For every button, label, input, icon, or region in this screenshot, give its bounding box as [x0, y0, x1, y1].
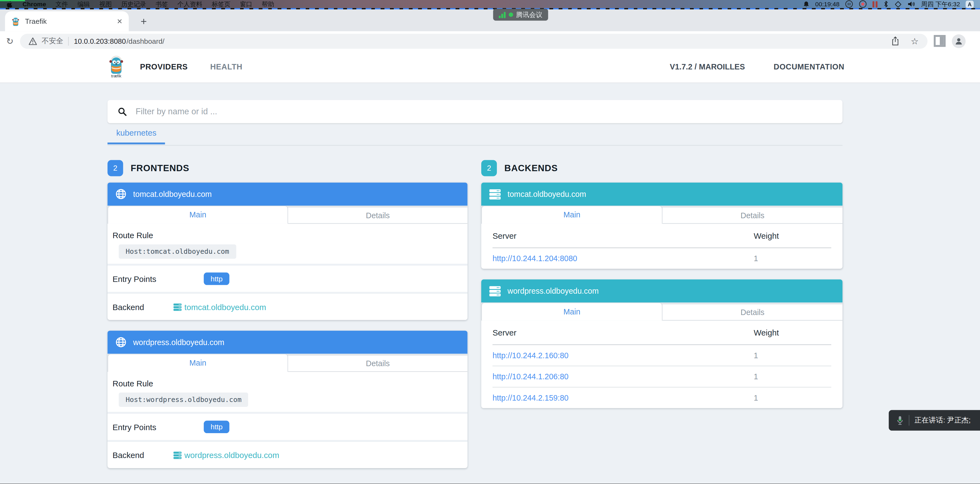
server-row: http://10.244.2.159:80 1: [492, 387, 831, 408]
bookmark-star-icon[interactable]: ☆: [911, 37, 919, 45]
server-column-header: Server: [492, 231, 754, 240]
server-url-link[interactable]: http://10.244.1.204:8080: [492, 254, 577, 263]
server-url-link[interactable]: http://10.244.2.160:80: [492, 351, 568, 360]
tab-main[interactable]: Main: [107, 205, 288, 224]
backend-card-tomcat: tomcat.oldboyedu.com Main Details Server…: [481, 182, 842, 269]
menu-item-profiles[interactable]: 个人资料: [177, 0, 202, 8]
traefik-logo-text: træfik: [111, 73, 121, 78]
nav-health[interactable]: HEALTH: [210, 62, 243, 71]
entry-point-badge: http: [204, 272, 229, 285]
tab-title: Traefik: [25, 18, 46, 25]
weight-column-header: Weight: [754, 231, 831, 240]
card-tabs: Main Details: [481, 205, 842, 224]
reload-icon[interactable]: ↻: [6, 37, 14, 45]
frontends-section-header: 2 FRONTENDS: [107, 159, 468, 177]
backends-count-badge: 2: [481, 160, 497, 176]
notification-bell-icon[interactable]: [803, 0, 810, 8]
backend-row: Backend tomcat.oldboyedu.com: [107, 294, 468, 320]
recording-timer: 00:19:48: [815, 0, 840, 7]
screen: Chrome 文件 编辑 视图 历史记录 书签 个人资料 标签页 窗口 帮助 0…: [0, 0, 980, 484]
servers-table: Server Weight http://10.244.1.204:8080 1: [481, 224, 842, 269]
traefik-logo[interactable]: træfik: [107, 55, 125, 78]
backend-card-title: tomcat.oldboyedu.com: [508, 190, 586, 199]
server-stack-icon: [173, 303, 182, 311]
route-rule-row: Route Rule Host:wordpress.oldboyedu.com: [107, 372, 468, 412]
servers-table: Server Weight http://10.244.2.160:80 1 h…: [481, 321, 842, 408]
weight-column-header: Weight: [754, 328, 831, 337]
tab-details[interactable]: Details: [288, 207, 468, 224]
input-method-indicator[interactable]: A: [966, 0, 974, 8]
microphone-icon: [896, 416, 904, 425]
server-url-link[interactable]: http://10.244.1.206:80: [492, 372, 568, 381]
traefik-header: træfik PROVIDERS HEALTH V1.7.2 / MAROILL…: [0, 51, 980, 83]
tab-main[interactable]: Main: [481, 205, 663, 224]
servers-table-header: Server Weight: [492, 224, 831, 248]
tab-close-icon[interactable]: ✕: [117, 17, 123, 25]
menu-item-view[interactable]: 视图: [99, 0, 112, 8]
server-weight: 1: [754, 372, 831, 381]
menu-item-help[interactable]: 帮助: [262, 0, 274, 8]
tab-main[interactable]: Main: [481, 302, 663, 320]
speaking-label: 正在讲话: 尹正杰;: [915, 416, 971, 425]
backend-card-header: wordpress.oldboyedu.com: [481, 279, 842, 303]
browser-tab-traefik[interactable]: Traefik ✕: [5, 11, 129, 31]
menu-item-file[interactable]: 文件: [56, 0, 68, 8]
security-label[interactable]: 不安全: [42, 37, 64, 46]
backend-link[interactable]: wordpress.oldboyedu.com: [173, 451, 279, 460]
server-url-link[interactable]: http://10.244.2.159:80: [492, 393, 568, 402]
server-row: http://10.244.2.160:80 1: [492, 345, 831, 366]
address-bar[interactable]: 不安全 10.0.0.203:8080 /dashboard/ ☆: [20, 33, 928, 48]
tab-details[interactable]: Details: [663, 304, 842, 320]
servers-table-header: Server Weight: [492, 321, 831, 345]
menu-item-edit[interactable]: 编辑: [77, 0, 90, 8]
pause-bars-icon[interactable]: [873, 1, 877, 7]
tab-main[interactable]: Main: [107, 354, 288, 372]
bluetooth-icon[interactable]: [883, 0, 889, 8]
profile-avatar[interactable]: [952, 34, 966, 48]
volume-icon[interactable]: [907, 0, 915, 7]
menu-item-tabs[interactable]: 标签页: [212, 0, 231, 8]
backends-section-header: 2 BACKENDS: [481, 159, 842, 177]
menu-item-history[interactable]: 历史记录: [121, 0, 146, 8]
new-tab-button[interactable]: +: [136, 14, 151, 30]
filter-input[interactable]: [134, 107, 832, 117]
filter-card: [107, 100, 842, 123]
side-panel-icon[interactable]: [934, 35, 945, 47]
backend-label: Backend: [112, 302, 173, 312]
globe-icon: [115, 188, 127, 200]
backend-label: Backend: [112, 451, 173, 460]
nav-documentation[interactable]: DOCUMENTATION: [773, 62, 845, 71]
tab-details[interactable]: Details: [663, 207, 842, 224]
backends-title: BACKENDS: [504, 163, 558, 173]
backends-column: 2 BACKENDS tomcat.oldboyedu.com Main Det…: [481, 159, 842, 419]
menu-item-bookmarks[interactable]: 书签: [156, 0, 168, 8]
frontend-card-title: wordpress.oldboyedu.com: [133, 338, 224, 347]
backend-link[interactable]: tomcat.oldboyedu.com: [173, 302, 266, 312]
record-stop-icon[interactable]: [859, 0, 867, 8]
menu-item-window[interactable]: 窗口: [240, 0, 252, 8]
entry-point-badge: http: [204, 420, 229, 433]
menubar-app-name[interactable]: Chrome: [22, 0, 46, 7]
backend-card-wordpress: wordpress.oldboyedu.com Main Details Ser…: [481, 279, 842, 408]
frontends-title: FRONTENDS: [131, 163, 189, 173]
tab-kubernetes[interactable]: kubernetes: [107, 128, 165, 144]
server-weight: 1: [754, 351, 831, 360]
entry-points-label: Entry Points: [112, 422, 204, 431]
menubar-datetime[interactable]: 周四 下午6:32: [921, 0, 960, 8]
backend-card-header: tomcat.oldboyedu.com: [481, 182, 842, 205]
pause-circle-icon[interactable]: [845, 0, 853, 8]
frontends-count-badge: 2: [107, 160, 123, 176]
nav-providers[interactable]: PROVIDERS: [140, 62, 188, 71]
entry-points-label: Entry Points: [112, 274, 204, 283]
share-icon[interactable]: [891, 37, 900, 46]
desktop: Chrome 文件 编辑 视图 历史记录 书签 个人资料 标签页 窗口 帮助 0…: [0, 0, 980, 484]
route-rule-value: Host:wordpress.oldboyedu.com: [119, 392, 248, 407]
signal-bars-icon: [499, 11, 506, 18]
route-rule-row: Route Rule Host:tomcat.oldboyedu.com: [107, 224, 468, 264]
server-weight: 1: [754, 254, 831, 263]
diamond-icon[interactable]: [894, 0, 902, 8]
tab-details[interactable]: Details: [288, 356, 468, 372]
meeting-screenshare-pill[interactable]: 腾讯会议: [493, 9, 548, 21]
screenshare-green-strip: [0, 0, 25, 2]
card-tabs: Main Details: [107, 354, 468, 372]
